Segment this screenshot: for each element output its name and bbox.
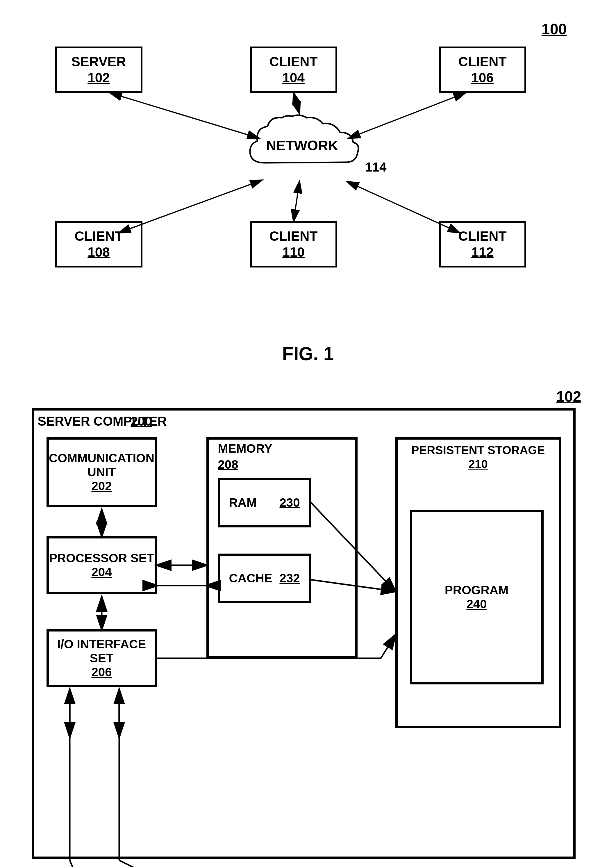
client108-label: CLIENT	[74, 228, 123, 244]
fig2-diagram: SERVER COMPUTER 200 COMMUNICATIONUNIT 20…	[32, 388, 584, 867]
fig1-caption: FIG. 1	[23, 343, 593, 364]
fig2-wrapper: 102 SERVER COMPUTER 200 COMMUNICATIONUNI…	[32, 388, 584, 867]
svg-line-4	[349, 93, 465, 138]
client108-ref: 108	[88, 244, 110, 260]
client-112-box: CLIENT 112	[439, 221, 526, 267]
svg-line-2	[110, 93, 259, 138]
comm-unit-ref: 202	[91, 479, 112, 493]
cache-label: CACHE	[229, 571, 272, 585]
client106-label: CLIENT	[458, 54, 506, 70]
program-box: PROGRAM 240	[410, 510, 544, 685]
fig1-ref: 100	[542, 20, 567, 38]
io-label: I/O INTERFACE SET	[49, 637, 155, 665]
svg-line-3	[294, 93, 299, 113]
processor-box: PROCESSOR SET 204	[47, 536, 157, 594]
page: 100 SERVER 102 CLIENT 104 CLIENT 106 CLI…	[0, 0, 616, 867]
client110-ref: 110	[282, 244, 305, 260]
server-label: SERVER	[71, 54, 126, 70]
server-ref: 102	[88, 70, 110, 86]
processor-label: PROCESSOR SET	[49, 551, 154, 565]
comm-unit-label: COMMUNICATIONUNIT	[49, 451, 154, 479]
ram-label: RAM	[229, 496, 257, 510]
client112-ref: 112	[471, 244, 493, 260]
network-cloud: NETWORK 114	[241, 113, 363, 177]
client112-label: CLIENT	[458, 228, 506, 244]
client-104-box: CLIENT 104	[250, 47, 337, 93]
network-ref: 114	[365, 160, 387, 174]
memory-ref: 208	[218, 458, 238, 471]
persistent-ref: 210	[468, 458, 488, 470]
cache-ref: 232	[280, 571, 300, 585]
client106-ref: 106	[471, 70, 493, 86]
svg-line-20	[70, 860, 89, 867]
program-ref: 240	[466, 597, 487, 611]
fig1-diagram: 100 SERVER 102 CLIENT 104 CLIENT 106 CLI…	[32, 17, 584, 337]
ram-box: RAM 230	[218, 478, 311, 528]
client-108-box: CLIENT 108	[55, 221, 143, 267]
cache-box: CACHE 232	[218, 554, 311, 603]
io-ref: 206	[91, 665, 112, 679]
memory-title: MEMORY	[218, 441, 272, 455]
client-110-box: CLIENT 110	[250, 221, 337, 267]
client104-label: CLIENT	[269, 54, 317, 70]
client110-label: CLIENT	[269, 228, 317, 244]
persistent-label: PERSISTENT STORAGE	[411, 444, 545, 457]
client-106-box: CLIENT 106	[439, 47, 526, 93]
network-label: NETWORK	[266, 138, 338, 154]
svg-line-6	[294, 182, 299, 221]
io-box: I/O INTERFACE SET 206	[47, 629, 157, 687]
comm-unit-box: COMMUNICATIONUNIT 202	[47, 437, 157, 507]
svg-line-22	[119, 860, 211, 867]
persistent-storage-title: PERSISTENT STORAGE 210	[400, 443, 557, 471]
processor-ref: 204	[91, 565, 112, 579]
server-102-box: SERVER 102	[55, 47, 143, 93]
server-computer-ref: 200	[131, 414, 152, 429]
program-label: PROGRAM	[445, 583, 508, 597]
ram-ref: 230	[280, 496, 300, 510]
client104-ref: 104	[282, 70, 305, 86]
